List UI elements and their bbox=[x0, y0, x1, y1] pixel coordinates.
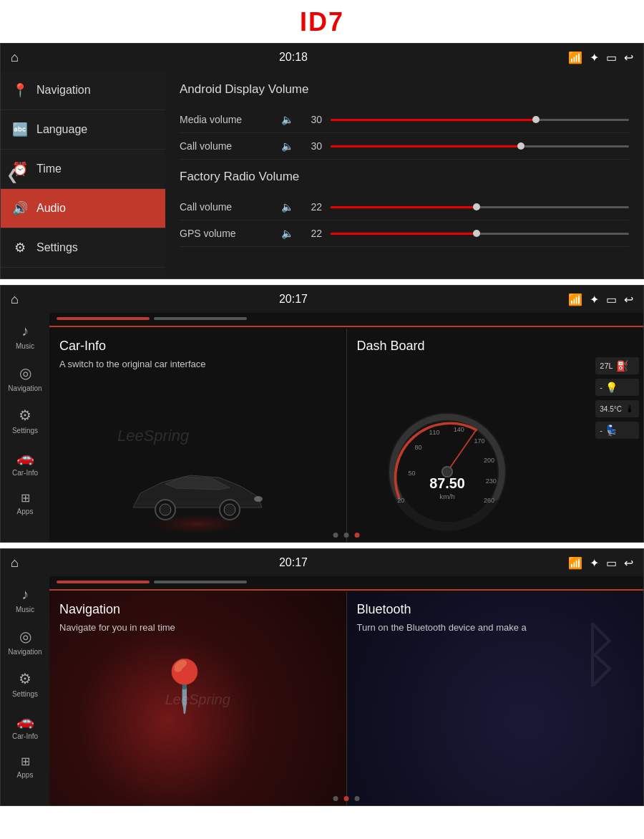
nav-icon-2: ◎ bbox=[19, 364, 31, 382]
screen2-body: ♪ Music ◎ Navigation ⚙ Settings 🚗 Car-In… bbox=[1, 313, 643, 542]
progress-bars-2 bbox=[49, 313, 643, 324]
call-volume-label-1: Call volume bbox=[180, 140, 273, 152]
media-volume-value: 30 bbox=[302, 114, 322, 125]
gps-volume-slider[interactable] bbox=[331, 233, 629, 235]
svg-text:110: 110 bbox=[429, 429, 439, 436]
dot-1[interactable] bbox=[333, 533, 338, 538]
page-title: ID7 bbox=[0, 7, 644, 37]
screen3: ⌂ 20:17 📶 ✦ ▭ ↩ ♪ Music ◎ Navigation ⚙ S… bbox=[0, 548, 644, 806]
back-icon[interactable]: ↩ bbox=[624, 51, 633, 64]
light-info: - 💡 bbox=[595, 379, 639, 396]
sidebar-item-audio[interactable]: 🔊 Audio bbox=[1, 189, 165, 228]
clock-2: 20:17 bbox=[279, 293, 308, 306]
back-icon-2[interactable]: ↩ bbox=[624, 293, 633, 306]
cards-row-2: Car-Info A switch to the original car in… bbox=[49, 329, 643, 542]
sidebar-item-language[interactable]: 🔤 Language bbox=[1, 110, 165, 150]
sidebar-apps-2[interactable]: ⊞ Apps bbox=[1, 484, 49, 523]
sidebar-apps-3[interactable]: ⊞ Apps bbox=[1, 747, 49, 786]
sidebar-navigation-2[interactable]: ◎ Navigation bbox=[1, 357, 49, 399]
media-volume-label: Media volume bbox=[180, 114, 273, 125]
title-bar: ID7 bbox=[0, 0, 644, 43]
sidebar-settings-2[interactable]: ⚙ Settings bbox=[1, 399, 49, 442]
gps-volume-value: 22 bbox=[302, 228, 322, 239]
svg-text:260: 260 bbox=[483, 497, 494, 504]
svg-text:50: 50 bbox=[408, 470, 415, 477]
sidebar-item-settings[interactable]: ⚙ Settings bbox=[1, 228, 165, 268]
progress-bar-3b bbox=[154, 581, 247, 583]
call-volume-label-2: Call volume bbox=[180, 201, 273, 213]
temp-icon: 🌡 bbox=[625, 403, 635, 414]
home-icon[interactable]: ⌂ bbox=[11, 50, 19, 65]
dot-3-1[interactable] bbox=[333, 796, 338, 801]
clock-3: 20:17 bbox=[279, 556, 308, 569]
speedometer-svg: 20 50 80 110 140 170 200 230 260 87.50 k… bbox=[383, 407, 512, 536]
cards-row-3: Navigation Navigate for you in real time… bbox=[49, 592, 643, 805]
svg-text:170: 170 bbox=[474, 437, 484, 445]
navigation-title: Navigation bbox=[59, 602, 336, 617]
wifi-icon-3: 📶 bbox=[568, 556, 582, 570]
factory-volume-title: Factory Radio Volume bbox=[180, 170, 629, 184]
navigation-desc: Navigate for you in real time bbox=[59, 621, 336, 634]
settings-icon: ⚙ bbox=[12, 240, 28, 256]
svg-point-0 bbox=[133, 504, 262, 533]
svg-line-7 bbox=[447, 430, 477, 472]
navigation-card[interactable]: Navigation Navigate for you in real time… bbox=[49, 592, 347, 805]
svg-text:200: 200 bbox=[483, 457, 494, 464]
map-pin-icon: 📍 bbox=[153, 656, 215, 715]
home-icon-3[interactable]: ⌂ bbox=[11, 556, 19, 571]
media-volume-row: Media volume 🔈 30 bbox=[180, 107, 629, 133]
dot-indicators-2 bbox=[333, 533, 360, 538]
media-vol-icon: 🔈 bbox=[281, 114, 293, 125]
dot-3-2[interactable] bbox=[344, 796, 349, 801]
sidebar-carinfo-2[interactable]: 🚗 Car-Info bbox=[1, 442, 49, 484]
media-volume-slider[interactable] bbox=[331, 119, 629, 121]
dot-2[interactable] bbox=[344, 533, 349, 538]
dot-3-3[interactable] bbox=[355, 796, 360, 801]
sidebar-music-2[interactable]: ♪ Music bbox=[1, 316, 49, 357]
sidebar-item-navigation[interactable]: 📍 Navigation bbox=[1, 71, 165, 110]
music-icon-2: ♪ bbox=[21, 323, 29, 339]
light-icon: 💡 bbox=[605, 382, 618, 393]
svg-text:80: 80 bbox=[414, 444, 421, 451]
svg-text:140: 140 bbox=[453, 426, 464, 433]
car-svg bbox=[119, 443, 276, 536]
sidebar-item-time[interactable]: ⏰ Time bbox=[1, 150, 165, 189]
gps-volume-label: GPS volume bbox=[180, 228, 273, 239]
dashboard-card[interactable]: Dash Board 20 50 bbox=[347, 329, 644, 542]
main-area-3: Navigation Navigate for you in real time… bbox=[49, 576, 643, 805]
screen2: ⌂ 20:17 📶 ✦ ▭ ↩ ♪ Music ◎ Navigation ⚙ S… bbox=[0, 285, 644, 543]
call-volume-slider-1[interactable] bbox=[331, 145, 629, 147]
window-icon-2: ▭ bbox=[606, 293, 617, 306]
nav-icon-3: ◎ bbox=[19, 628, 31, 645]
sidebar-navigation-3[interactable]: ◎ Navigation bbox=[1, 621, 49, 663]
svg-text:km/h: km/h bbox=[439, 493, 454, 500]
car-info-desc: A switch to the original car interface bbox=[59, 358, 336, 371]
svg-point-2 bbox=[160, 504, 171, 515]
clock-1: 20:18 bbox=[279, 51, 308, 64]
dot-3[interactable] bbox=[355, 533, 360, 538]
car-info-title: Car-Info bbox=[59, 339, 336, 354]
wifi-icon: 📶 bbox=[568, 51, 582, 64]
divider-3 bbox=[49, 589, 643, 591]
car-info-card[interactable]: Car-Info A switch to the original car in… bbox=[49, 329, 347, 542]
svg-text:230: 230 bbox=[485, 477, 496, 485]
carinfo-icon-2: 🚗 bbox=[16, 449, 34, 466]
home-icon-2[interactable]: ⌂ bbox=[11, 292, 19, 307]
call-volume-slider-2[interactable] bbox=[331, 206, 629, 208]
bluetooth-icon: ✦ bbox=[590, 51, 599, 64]
wifi-icon-2: 📶 bbox=[568, 293, 582, 306]
light-dash-label: - bbox=[600, 383, 602, 392]
sidebar-back-chevron[interactable]: ❮ bbox=[6, 166, 19, 183]
svg-point-5 bbox=[254, 496, 263, 502]
call-vol-icon-2: 🔈 bbox=[281, 201, 293, 213]
bluetooth-card[interactable]: Bluetooth Turn on the Bluetooth device a… bbox=[347, 592, 644, 805]
sidebar-carinfo-3[interactable]: 🚗 Car-Info bbox=[1, 705, 49, 747]
status-icons-2: 📶 ✦ ▭ ↩ bbox=[568, 293, 633, 306]
fuel-icon: ⛽ bbox=[616, 360, 628, 372]
sidebar-settings-3[interactable]: ⚙ Settings bbox=[1, 663, 49, 705]
call-volume-row-1: Call volume 🔈 30 bbox=[180, 133, 629, 160]
apps-icon-2: ⊞ bbox=[21, 491, 30, 505]
gps-vol-icon: 🔈 bbox=[281, 228, 293, 239]
sidebar-music-3[interactable]: ♪ Music bbox=[1, 579, 49, 621]
back-icon-3[interactable]: ↩ bbox=[624, 556, 633, 570]
